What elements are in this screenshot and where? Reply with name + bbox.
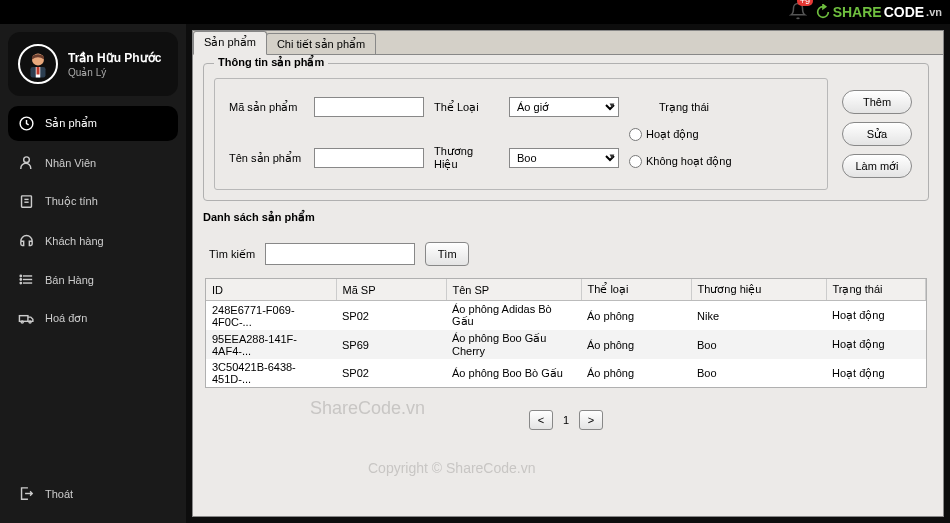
label-trangthai: Trạng thái [629, 101, 739, 114]
th-ten[interactable]: Tên SP [446, 279, 581, 301]
btn-search[interactable]: Tìm [425, 242, 469, 266]
th-theloai[interactable]: Thể loại [581, 279, 691, 301]
input-ma[interactable] [314, 97, 424, 117]
svg-rect-3 [37, 67, 40, 75]
input-search[interactable] [265, 243, 415, 265]
select-thuonghieu[interactable]: Boo [509, 148, 619, 168]
btn-prev[interactable]: < [529, 410, 553, 430]
btn-sua[interactable]: Sửa [842, 122, 912, 146]
notification-badge: +9 [797, 0, 813, 6]
recycle-icon [815, 4, 831, 20]
btn-next[interactable]: > [579, 410, 603, 430]
sidebar-item-label: Thuộc tính [45, 195, 98, 208]
tab-sanpham[interactable]: Sản phẩm [193, 31, 267, 55]
svg-point-14 [20, 282, 21, 283]
truck-icon [18, 310, 35, 327]
section-title-danhsach: Danh sách sản phẩm [203, 211, 933, 224]
sidebar-item-khachhang[interactable]: Khách hàng [8, 223, 178, 258]
tab-chitiet[interactable]: Chi tiết sản phẩm [266, 33, 376, 54]
select-theloai[interactable]: Áo giớ [509, 97, 619, 117]
brand-logo: SHARECODE.vn [815, 4, 942, 20]
notification-bell[interactable]: +9 [789, 2, 807, 22]
sidebar-item-label: Khách hàng [45, 235, 104, 247]
label-search: Tìm kiếm [209, 248, 255, 261]
th-ma[interactable]: Mã SP [336, 279, 446, 301]
th-id[interactable]: ID [206, 279, 336, 301]
th-thuonghieu[interactable]: Thương hiệu [691, 279, 826, 301]
document-icon [18, 193, 35, 210]
svg-point-12 [20, 275, 21, 276]
radio-khong[interactable] [629, 155, 642, 168]
table-row[interactable]: 248E6771-F069-4F0C-...SP02Áo phông Adida… [206, 301, 926, 331]
table-products: ID Mã SP Tên SP Thể loại Thương hiệu Trạ… [205, 278, 927, 388]
app-header: +9 SHARECODE.vn [0, 0, 950, 24]
main-area: Sản phẩm Chi tiết sản phẩm Thông tin sản… [186, 24, 950, 523]
sidebar-item-hoadon[interactable]: Hoá đơn [8, 301, 178, 336]
label-theloai: Thể Loại [434, 101, 499, 114]
person-icon [18, 154, 35, 171]
headset-icon [18, 232, 35, 249]
btn-lammoi[interactable]: Làm mới [842, 154, 912, 178]
user-name: Trần Hữu Phước [68, 51, 161, 65]
table-row[interactable]: 95EEA288-141F-4AF4-...SP69Áo phông Boo G… [206, 330, 926, 359]
svg-rect-15 [19, 316, 28, 322]
table-row[interactable]: 3C50421B-6438-451D-...SP02Áo phông Boo B… [206, 359, 926, 387]
sidebar-item-thoat[interactable]: Thoát [8, 476, 178, 511]
th-trangthai[interactable]: Trạng thái [826, 279, 926, 301]
svg-point-5 [24, 157, 30, 163]
radio-hoatdong[interactable] [629, 128, 642, 141]
btn-them[interactable]: Thêm [842, 90, 912, 114]
sidebar-item-label: Sản phẩm [45, 117, 97, 130]
user-card: Trần Hữu Phước Quản Lý [8, 32, 178, 96]
fieldset-thongtin: Thông tin sản phẩm Mã sản phẩm Thể Loại … [203, 63, 929, 201]
sidebar-item-label: Hoá đơn [45, 312, 87, 325]
svg-point-13 [20, 279, 21, 280]
label-thuonghieu: Thương Hiệu [434, 145, 499, 171]
tabstrip: Sản phẩm Chi tiết sản phẩm [193, 31, 943, 55]
dashboard-icon [18, 115, 35, 132]
menu: Sản phẩm Nhân Viên Thuộc tính Khách hàng… [8, 106, 178, 476]
input-ten[interactable] [314, 148, 424, 168]
sidebar-item-label: Nhân Viên [45, 157, 96, 169]
avatar-icon [23, 49, 53, 79]
page-number: 1 [563, 414, 569, 426]
paginator: < 1 > [199, 410, 933, 430]
sidebar-item-label: Bán Hàng [45, 274, 94, 286]
user-role: Quản Lý [68, 67, 161, 78]
sidebar: Trần Hữu Phước Quản Lý Sản phẩm Nhân Viê… [0, 24, 186, 523]
fieldset-legend: Thông tin sản phẩm [214, 56, 328, 69]
avatar [18, 44, 58, 84]
label-ten: Tên sản phẩm [229, 152, 304, 165]
sidebar-item-label: Thoát [45, 488, 73, 500]
list-icon [18, 271, 35, 288]
sidebar-item-banhang[interactable]: Bán Hàng [8, 262, 178, 297]
sidebar-item-sanpham[interactable]: Sản phẩm [8, 106, 178, 141]
logout-icon [18, 485, 35, 502]
sidebar-item-nhanvien[interactable]: Nhân Viên [8, 145, 178, 180]
label-ma: Mã sản phẩm [229, 101, 304, 114]
sidebar-item-thuoctinh[interactable]: Thuộc tính [8, 184, 178, 219]
